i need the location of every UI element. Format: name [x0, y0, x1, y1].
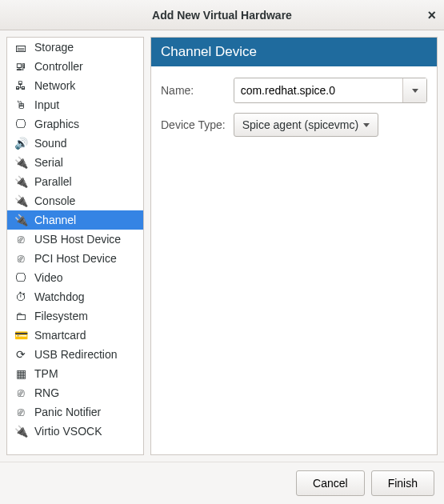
sidebar-item-usb-host-device[interactable]: ⎚USB Host Device	[7, 230, 143, 249]
pci-host-device-icon: ⎚	[14, 252, 28, 265]
name-label: Name:	[161, 84, 226, 97]
sidebar-item-label: Parallel	[34, 175, 72, 188]
chevron-down-icon	[412, 89, 418, 93]
serial-icon: 🔌	[14, 156, 28, 169]
sidebar-item-channel[interactable]: 🔌Channel	[7, 210, 143, 230]
sidebar-item-label: RNG	[34, 386, 59, 399]
dialog-footer: Cancel Finish	[0, 462, 444, 504]
graphics-icon: 🖵	[14, 118, 28, 130]
sidebar-item-label: Network	[34, 79, 75, 92]
filesystem-icon: 🗀	[14, 310, 28, 322]
device-type-label: Device Type:	[161, 118, 226, 131]
sidebar-item-label: Smartcard	[34, 329, 86, 342]
sidebar-item-network[interactable]: 🖧Network	[7, 76, 143, 95]
hardware-type-sidebar: 🖴Storage🖳Controller🖧Network🖱Input🖵Graphi…	[6, 37, 144, 455]
titlebar: Add New Virtual Hardware ×	[0, 0, 444, 30]
sidebar-item-watchdog[interactable]: ⏱Watchdog	[7, 287, 143, 306]
sidebar-item-video[interactable]: 🖵Video	[7, 268, 143, 287]
sidebar-item-tpm[interactable]: ▦TPM	[7, 364, 143, 383]
console-icon: 🔌	[14, 194, 28, 207]
sidebar-item-smartcard[interactable]: 💳Smartcard	[7, 326, 143, 345]
sidebar-item-storage[interactable]: 🖴Storage	[7, 38, 143, 57]
sidebar-item-pci-host-device[interactable]: ⎚PCI Host Device	[7, 249, 143, 268]
name-dropdown-button[interactable]	[402, 78, 426, 102]
sidebar-item-label: Input	[34, 98, 59, 111]
sidebar-item-label: Graphics	[34, 118, 79, 130]
sidebar-item-label: Filesystem	[34, 310, 88, 322]
window-title: Add New Virtual Hardware	[152, 9, 292, 22]
network-icon: 🖧	[14, 79, 28, 92]
sidebar-item-parallel[interactable]: 🔌Parallel	[7, 172, 143, 191]
sidebar-item-label: TPM	[34, 367, 58, 380]
device-type-value: Spice agent (spicevmc)	[242, 118, 359, 131]
sidebar-item-label: Controller	[34, 60, 83, 73]
usb-redirection-icon: ⟳	[14, 348, 28, 361]
sidebar-item-label: Sound	[34, 137, 66, 150]
sidebar-item-filesystem[interactable]: 🗀Filesystem	[7, 306, 143, 326]
smartcard-icon: 💳	[14, 329, 28, 342]
close-icon[interactable]: ×	[427, 6, 436, 23]
storage-icon: 🖴	[14, 41, 28, 54]
sidebar-item-controller[interactable]: 🖳Controller	[7, 57, 143, 76]
watchdog-icon: ⏱	[14, 290, 28, 303]
finish-button[interactable]: Finish	[371, 470, 434, 496]
sidebar-item-label: Watchdog	[34, 290, 85, 303]
sidebar-item-input[interactable]: 🖱Input	[7, 95, 143, 114]
rng-icon: ⎚	[14, 386, 28, 399]
controller-icon: 🖳	[14, 60, 28, 73]
sidebar-item-serial[interactable]: 🔌Serial	[7, 153, 143, 172]
sidebar-item-label: Panic Notifier	[34, 406, 101, 418]
sidebar-item-label: Storage	[34, 41, 74, 54]
panic-notifier-icon: ⎚	[14, 406, 28, 418]
input-icon: 🖱	[14, 98, 28, 111]
sidebar-item-label: PCI Host Device	[34, 252, 117, 265]
name-combo[interactable]	[234, 78, 427, 103]
sidebar-item-label: Channel	[34, 214, 76, 226]
sidebar-item-sound[interactable]: 🔊Sound	[7, 134, 143, 153]
name-input[interactable]	[234, 78, 402, 102]
sidebar-item-label: Video	[34, 271, 63, 284]
sidebar-item-console[interactable]: 🔌Console	[7, 191, 143, 210]
tpm-icon: ▦	[14, 367, 28, 380]
sidebar-item-label: USB Host Device	[34, 233, 121, 246]
sidebar-item-virtio-vsock[interactable]: 🔌Virtio VSOCK	[7, 422, 143, 441]
usb-host-device-icon: ⎚	[14, 233, 28, 246]
panel-title: Channel Device	[151, 38, 437, 66]
sidebar-item-graphics[interactable]: 🖵Graphics	[7, 114, 143, 134]
cancel-button[interactable]: Cancel	[296, 470, 365, 496]
sidebar-item-label: Virtio VSOCK	[34, 425, 102, 438]
sidebar-item-label: Serial	[34, 156, 63, 169]
sidebar-item-usb-redirection[interactable]: ⟳USB Redirection	[7, 345, 143, 364]
channel-icon: 🔌	[14, 214, 28, 226]
device-type-select[interactable]: Spice agent (spicevmc)	[234, 113, 379, 137]
video-icon: 🖵	[14, 271, 28, 284]
sidebar-item-panic-notifier[interactable]: ⎚Panic Notifier	[7, 402, 143, 422]
sound-icon: 🔊	[14, 137, 28, 150]
chevron-down-icon	[363, 123, 370, 127]
sidebar-item-label: USB Redirection	[34, 348, 118, 361]
virtio-vsock-icon: 🔌	[14, 425, 28, 438]
sidebar-item-label: Console	[34, 194, 75, 207]
parallel-icon: 🔌	[14, 175, 28, 188]
sidebar-item-rng[interactable]: ⎚RNG	[7, 383, 143, 402]
main-panel: Channel Device Name: Device Type: Spice …	[150, 37, 438, 455]
